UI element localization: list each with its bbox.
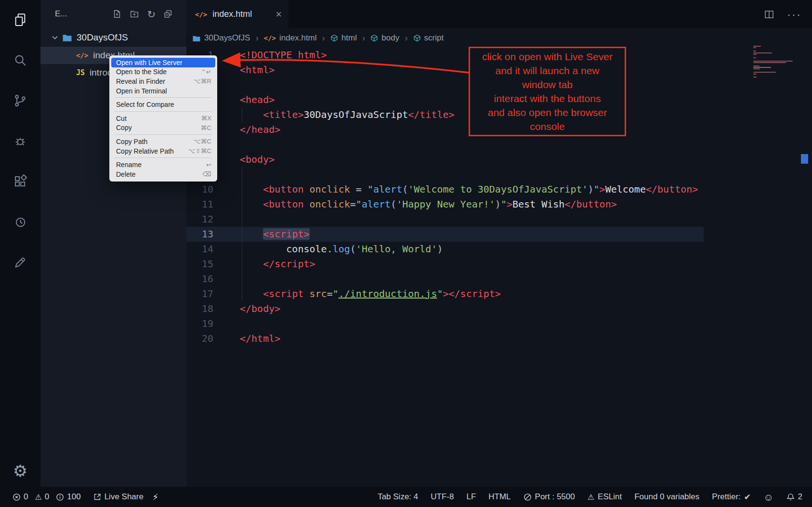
- breadcrumb-item-file[interactable]: </> index.html: [264, 33, 317, 43]
- history-icon[interactable]: [12, 214, 28, 230]
- code-line-8[interactable]: 8<body>: [186, 152, 812, 167]
- code-line-19[interactable]: 19: [186, 316, 812, 331]
- new-folder-icon[interactable]: [130, 9, 139, 19]
- code-line-18[interactable]: 18</body>: [186, 301, 812, 316]
- code-text: <script src="./introduction.js"></script…: [240, 286, 501, 301]
- line-number: 15: [186, 257, 213, 272]
- activity-bar: ⚙: [0, 0, 40, 487]
- code-line-10[interactable]: 10 <button onclick = "alert('Welcome to …: [186, 182, 812, 197]
- code-line-7[interactable]: 7: [186, 137, 812, 152]
- tab-size-indicator[interactable]: Tab Size: 4: [378, 492, 418, 502]
- code-text: <head>: [240, 92, 275, 107]
- line-number: 11: [186, 197, 213, 212]
- line-number: 12: [186, 212, 213, 227]
- breadcrumb-item-body[interactable]: body: [370, 33, 399, 43]
- code-line-13[interactable]: 13 <script>: [186, 227, 812, 242]
- close-tab-icon[interactable]: ×: [275, 9, 282, 20]
- eol-indicator[interactable]: LF: [466, 492, 476, 502]
- circle-slash-icon: [524, 493, 532, 501]
- code-line-12[interactable]: 12: [186, 212, 812, 227]
- code-text: <title>30DaysOfJavaScript</title>: [240, 107, 455, 122]
- code-text: </head>: [240, 122, 280, 137]
- code-icon: </>: [264, 34, 276, 42]
- menu-separator: [115, 134, 212, 135]
- live-share-icon: [93, 493, 101, 501]
- menu-item-copy-path[interactable]: Copy Path⌥⌘C: [109, 137, 217, 146]
- line-number: 20: [186, 331, 213, 346]
- line-number: 19: [186, 316, 213, 331]
- line-number: 10: [186, 182, 213, 197]
- bell-icon: [786, 493, 795, 501]
- tab-index-html[interactable]: </> index.html ×: [186, 0, 288, 28]
- settings-gear-icon[interactable]: ⚙: [12, 463, 28, 479]
- menu-item-select-for-compare[interactable]: Select for Compare: [109, 100, 217, 109]
- extensions-icon[interactable]: [12, 173, 28, 190]
- eslint-indicator[interactable]: ⚠ ESLint: [588, 492, 622, 502]
- menu-item-open-in-terminal[interactable]: Open in Terminal: [109, 86, 217, 96]
- code-line-15[interactable]: 15 </script>: [186, 257, 812, 272]
- code-line-14[interactable]: 14 console.log('Hello, World'): [186, 242, 812, 257]
- notifications-bell[interactable]: 2: [786, 492, 802, 502]
- menu-item-open-to-the-side[interactable]: Open to the Side⌃↵: [109, 67, 217, 77]
- code-line-20[interactable]: 20</html>: [186, 331, 812, 346]
- line-number: 17: [186, 286, 213, 301]
- lightning-icon[interactable]: ⚡: [152, 492, 158, 503]
- prettier-indicator[interactable]: Prettier: ✔: [712, 492, 751, 502]
- source-control-icon[interactable]: [12, 92, 28, 109]
- breadcrumb-item-folder[interactable]: 30DaysOfJS: [192, 33, 250, 43]
- status-bar: 0 ⚠ 0 100 L: [0, 487, 812, 507]
- search-icon[interactable]: [12, 52, 28, 68]
- code-line-16[interactable]: 16: [186, 272, 812, 286]
- port-indicator[interactable]: Port : 5500: [524, 492, 575, 502]
- line-number: 14: [186, 242, 213, 257]
- chevron-right-icon: ›: [404, 33, 408, 43]
- code-line-17[interactable]: 17 <script src="./introduction.js"></scr…: [186, 286, 812, 301]
- explorer-icon[interactable]: [12, 12, 28, 28]
- menu-item-cut[interactable]: Cut⌘X: [109, 114, 217, 123]
- symbol-icon: [330, 34, 338, 42]
- live-share-button[interactable]: Live Share: [93, 492, 144, 502]
- html-code-icon: </>: [195, 11, 207, 18]
- menu-item-rename[interactable]: Rename↩: [109, 160, 217, 169]
- annotation-box: click on open with Live Sever and it wil…: [469, 47, 626, 136]
- variables-indicator[interactable]: Found 0 variables: [634, 492, 699, 502]
- encoding-indicator[interactable]: UTF-8: [431, 492, 454, 502]
- collapse-all-icon[interactable]: [163, 9, 173, 19]
- code-text: <!DOCTYPE html>: [240, 48, 327, 63]
- folder-icon: [192, 35, 201, 42]
- code-text: console.log('Hello, World'): [240, 242, 443, 257]
- breadcrumb-item-script[interactable]: script: [413, 33, 444, 43]
- js-icon: JS: [76, 68, 85, 77]
- run-debug-icon[interactable]: [12, 133, 28, 149]
- new-file-icon[interactable]: [112, 9, 122, 19]
- check-icon: ✔: [744, 492, 751, 502]
- menu-item-copy-relative-path[interactable]: Copy Relative Path⌥⇧⌘C: [109, 146, 217, 156]
- split-editor-icon[interactable]: [764, 9, 774, 20]
- chevron-down-icon: [52, 36, 58, 39]
- code-line-9[interactable]: 9: [186, 167, 812, 182]
- minimap[interactable]: [753, 46, 797, 78]
- more-actions-icon[interactable]: ···: [787, 8, 801, 21]
- menu-item-copy[interactable]: Copy⌘C: [109, 123, 217, 133]
- line-number: 13: [186, 227, 213, 242]
- vscode-window: ⚙ E... ↻: [0, 0, 812, 507]
- indent-guide: [242, 167, 242, 301]
- problems-button[interactable]: 0 ⚠ 0 100: [13, 492, 85, 502]
- symbol-icon: [370, 34, 378, 42]
- pen-icon[interactable]: [12, 254, 28, 271]
- breadcrumb-item-html[interactable]: html: [330, 33, 357, 43]
- menu-item-reveal-in-finder[interactable]: Reveal in Finder⌥⌘R: [109, 77, 217, 86]
- language-indicator[interactable]: HTML: [488, 492, 511, 502]
- refresh-icon[interactable]: ↻: [147, 9, 156, 19]
- overview-ruler-marker: [801, 154, 808, 164]
- feedback-smiley-icon[interactable]: ☺: [763, 492, 773, 502]
- menu-item-delete[interactable]: Delete⌫: [109, 169, 217, 179]
- folder-icon: [62, 33, 72, 42]
- code-line-11[interactable]: 11 <button onclick="alert('Happy New Yea…: [186, 197, 812, 212]
- menu-item-open-with-live-server[interactable]: Open with Live Server: [111, 58, 215, 67]
- explorer-header-row: E... ↻: [40, 0, 186, 28]
- breadcrumb: 30DaysOfJS › </> index.html › html ›: [186, 28, 812, 48]
- folder-row-30daysofjs[interactable]: 30DaysOfJS: [40, 28, 186, 47]
- symbol-icon: [413, 34, 421, 42]
- menu-separator: [115, 97, 212, 98]
